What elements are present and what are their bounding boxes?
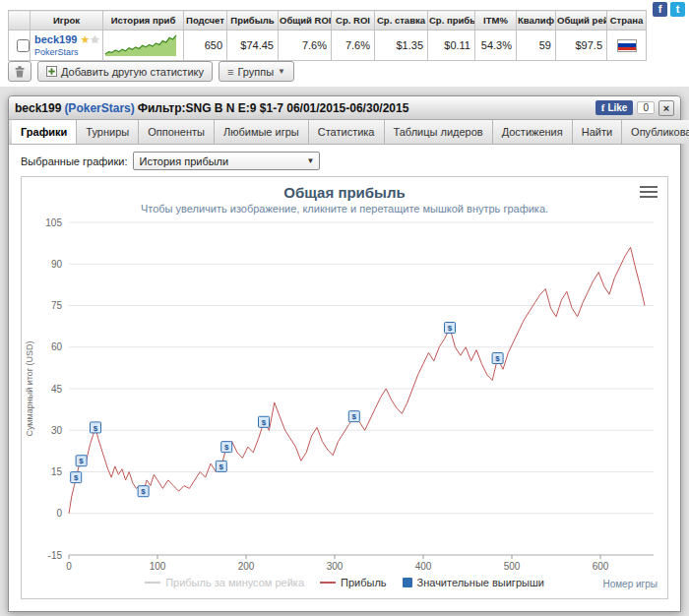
legend-symbol xyxy=(320,582,336,584)
column-header[interactable]: Общий ROI xyxy=(279,11,332,31)
legend-label: Прибыль за минусом рейка xyxy=(165,577,304,588)
svg-text:400: 400 xyxy=(415,561,432,572)
chart-title: Общая прибыль xyxy=(22,177,667,201)
groups-label: Группы xyxy=(237,66,274,78)
row-checkbox[interactable] xyxy=(17,39,30,52)
svg-text:-15: -15 xyxy=(48,550,63,561)
svg-text:105: 105 xyxy=(45,218,62,228)
russia-flag-icon xyxy=(617,39,637,52)
tab-3[interactable]: Любимые игры xyxy=(215,120,309,144)
tab-5[interactable]: Таблицы лидеров xyxy=(385,120,493,144)
svg-text:600: 600 xyxy=(593,561,609,572)
svg-text:45: 45 xyxy=(51,384,63,395)
list-icon: ≡ xyxy=(227,66,233,78)
tab-1[interactable]: Турниры xyxy=(77,120,139,144)
panel-header: beck199 (PokerStars) Фильтр:SNG B N E:9 … xyxy=(9,96,680,120)
like-count[interactable]: 0 xyxy=(637,101,655,114)
profit-sparkline[interactable] xyxy=(104,31,177,57)
column-header[interactable]: Игрок xyxy=(31,11,103,31)
svg-text:60: 60 xyxy=(51,341,63,352)
tab-8[interactable]: Опубликовать xyxy=(622,120,689,144)
tab-7[interactable]: Найти xyxy=(573,120,622,144)
svg-text:$: $ xyxy=(224,443,229,452)
selected-charts-label: Выбранные графики: xyxy=(21,155,127,167)
tab-2[interactable]: Оппоненты xyxy=(139,120,215,144)
svg-text:100: 100 xyxy=(150,561,166,572)
panel-title-filter: Фильтр:SNG B N E:9 $1-7 06/01/2015-06/30… xyxy=(138,101,409,115)
legend-item[interactable]: Прибыль за минусом рейка xyxy=(145,577,304,588)
column-header[interactable]: Квалиф xyxy=(517,11,556,31)
x-axis-title: Номер игры xyxy=(602,579,658,589)
svg-text:$: $ xyxy=(141,487,146,496)
profit-chart-plot[interactable]: -1501530456075901050100200300400500600Су… xyxy=(22,218,667,579)
svg-text:90: 90 xyxy=(51,259,63,270)
cell-avg-stake: $1.35 xyxy=(375,31,428,61)
svg-text:0: 0 xyxy=(56,508,62,519)
twitter-icon[interactable]: t xyxy=(670,2,685,17)
chart-controls: Выбранные графики: История прибыли ▼ xyxy=(9,145,680,173)
player-name-link[interactable]: beck199 xyxy=(34,33,77,45)
column-header[interactable]: Подсчет xyxy=(184,11,227,31)
player-cell: beck199 ★★ PokerStars xyxy=(31,31,103,61)
cell-profit: $74.45 xyxy=(227,31,279,61)
column-header[interactable]: Страна xyxy=(607,11,647,31)
tab-4[interactable]: Статистика xyxy=(309,120,385,144)
chart-footer: Прибыль за минусом рейкаПрибыльЗначитель… xyxy=(22,577,667,596)
svg-text:30: 30 xyxy=(51,425,63,436)
legend-label: Значительные выигрыши xyxy=(417,577,544,588)
tab-6[interactable]: Достижения xyxy=(493,120,573,144)
legend-symbol xyxy=(145,582,160,584)
chart-type-selected-value: История прибыли xyxy=(139,155,228,167)
svg-text:15: 15 xyxy=(51,466,63,477)
cell-total-rake: $97.5 xyxy=(556,31,607,61)
trash-icon xyxy=(13,65,27,79)
panel-title-network: (PokerStars) xyxy=(64,101,134,115)
like-label: Like xyxy=(607,102,627,113)
legend-label: Прибыль xyxy=(341,577,387,588)
svg-text:200: 200 xyxy=(238,561,255,572)
add-statistic-button[interactable]: Добавить другую статистику xyxy=(37,61,213,82)
player-stats-table: ИгрокИстория прибПодсчетПрибыльОбщий ROI… xyxy=(8,10,647,61)
column-header[interactable]: Ср. прибы xyxy=(428,11,475,31)
chart-menu-icon[interactable] xyxy=(640,186,658,201)
profit-chart: Общая прибыль Чтобы увеличить изображени… xyxy=(21,176,668,599)
delete-row-button[interactable] xyxy=(8,61,31,82)
svg-text:$: $ xyxy=(262,418,267,427)
svg-text:$: $ xyxy=(495,354,500,363)
svg-text:75: 75 xyxy=(51,300,63,311)
add-statistic-icon xyxy=(46,66,57,77)
network-link[interactable]: PokerStars xyxy=(34,47,98,57)
checkbox-cell xyxy=(9,31,31,61)
svg-text:$: $ xyxy=(219,462,224,471)
star-filled-icon[interactable]: ★ xyxy=(81,33,91,45)
groups-button[interactable]: ≡ Группы ▼ xyxy=(219,61,294,82)
column-header[interactable]: Ср. ROI xyxy=(332,11,375,31)
column-header[interactable]: Ср. ставка xyxy=(375,11,428,31)
legend-item[interactable]: Значительные выигрыши xyxy=(403,577,544,588)
chevron-down-icon: ▼ xyxy=(278,67,285,76)
social-links: f t xyxy=(653,2,685,17)
cell-avg-profit: $0.11 xyxy=(428,31,475,61)
chart-type-select[interactable]: История прибыли ▼ xyxy=(133,152,320,170)
column-header[interactable]: История приб xyxy=(103,11,184,31)
cell-count: 650 xyxy=(184,31,227,61)
select-all-header[interactable] xyxy=(9,11,31,31)
column-header[interactable]: Прибыль xyxy=(227,11,279,31)
tab-0[interactable]: Графики xyxy=(12,120,77,144)
star-empty-icon[interactable]: ★ xyxy=(90,33,99,45)
table-header-row: ИгрокИстория прибПодсчетПрибыльОбщий ROI… xyxy=(9,11,647,31)
legend-item[interactable]: Прибыль xyxy=(320,577,387,588)
facebook-like-button[interactable]: f Like xyxy=(595,100,634,115)
column-header[interactable]: ITM% xyxy=(475,11,517,31)
cell-qualify: 59 xyxy=(517,31,556,61)
facebook-icon[interactable]: f xyxy=(653,2,667,17)
close-panel-button[interactable]: × xyxy=(658,100,674,116)
facebook-f-icon: f xyxy=(601,101,605,113)
add-statistic-label: Добавить другую статистику xyxy=(61,66,204,78)
svg-text:500: 500 xyxy=(504,561,521,572)
cell-avg-roi: 7.6% xyxy=(332,31,375,61)
column-header[interactable]: Общий рейк xyxy=(556,11,607,31)
svg-text:300: 300 xyxy=(327,561,344,572)
svg-text:$: $ xyxy=(94,424,98,433)
svg-text:Суммарный итог (USD): Суммарный итог (USD) xyxy=(25,340,34,436)
